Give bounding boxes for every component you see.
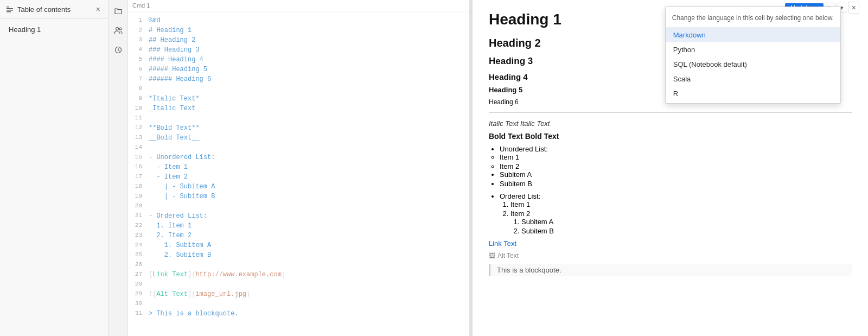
svg-rect-2 xyxy=(7,10,13,11)
line-number: 29 xyxy=(132,289,149,299)
preview-bold: Bold Text Bold Text xyxy=(489,132,852,141)
language-dropdown-hint: Change the language in this cell by sele… xyxy=(666,9,840,28)
line-number: 16 xyxy=(132,162,149,172)
line-number: 26 xyxy=(132,260,149,269)
toolbar-close-button[interactable]: × xyxy=(848,2,859,14)
preview-unordered-list: Unordered List: Item 1 Item 2 Subitem A … xyxy=(500,145,852,188)
editor-pane[interactable]: Cmd 1 1%md2# Heading 13## Heading 24### … xyxy=(128,0,470,336)
code-line-22: 22 1. Item 1 xyxy=(128,221,469,231)
code-line-7: 7###### Heading 6 xyxy=(128,74,469,84)
line-content: - Item 2 xyxy=(149,172,465,182)
code-editor[interactable]: 1%md2# Heading 13## Heading 24### Headin… xyxy=(128,11,469,323)
code-line-19: 19 | - Subitem B xyxy=(128,192,469,201)
line-number: 15 xyxy=(132,153,149,162)
line-content: # Heading 1 xyxy=(149,26,465,35)
line-number: 7 xyxy=(132,74,149,84)
preview-ul-item1: Item 1 xyxy=(500,153,852,161)
lang-option-r[interactable]: R xyxy=(666,86,840,101)
line-content: ##### Heading 5 xyxy=(149,65,465,74)
svg-point-4 xyxy=(116,28,118,30)
line-content: > This is a blockquote. xyxy=(149,309,465,319)
sidebar-close-button[interactable]: × xyxy=(94,4,103,14)
line-number: 28 xyxy=(132,280,149,289)
preview-ol-subitem-a: Subitem A xyxy=(521,218,852,226)
line-number: 4 xyxy=(132,45,149,54)
line-content: __Bold Text__ xyxy=(149,133,465,143)
svg-rect-1 xyxy=(7,8,13,9)
line-content: [Link Text](http://www.example.com) xyxy=(149,270,465,280)
code-line-25: 25 2. Subitem B xyxy=(128,250,469,260)
code-line-16: 16 - Item 1 xyxy=(128,162,469,172)
code-line-11: 11 xyxy=(128,113,469,123)
line-content: 1. Item 1 xyxy=(149,221,465,231)
code-line-24: 24 1. Subitem A xyxy=(128,240,469,250)
preview-ol-subitem-b: Subitem B xyxy=(521,227,852,235)
line-number: 31 xyxy=(132,309,149,318)
lang-option-scala[interactable]: Scala xyxy=(666,72,840,86)
line-number: 11 xyxy=(132,113,149,123)
code-line-18: 18 | - Subitem A xyxy=(128,182,469,192)
line-content: - Ordered List: xyxy=(149,211,465,221)
svg-point-5 xyxy=(119,28,122,30)
people-icon[interactable] xyxy=(112,24,125,37)
line-number: 22 xyxy=(132,221,149,230)
line-content: _Italic Text_ xyxy=(149,104,465,113)
code-line-20: 20 xyxy=(128,201,469,211)
code-line-31: 31> This is a blockquote. xyxy=(128,309,469,319)
line-content: ### Heading 3 xyxy=(149,45,465,55)
line-number: 12 xyxy=(132,123,149,132)
history-icon[interactable] xyxy=(112,43,125,56)
line-number: 20 xyxy=(132,201,149,211)
preview-blockquote: This is a blockquote. xyxy=(489,264,852,276)
code-line-26: 26 xyxy=(128,260,469,270)
line-number: 30 xyxy=(132,299,149,308)
preview-ul-subitem-b: Subitem B xyxy=(500,180,852,188)
line-content: *Italic Text* xyxy=(149,94,465,104)
line-number: 8 xyxy=(132,84,149,93)
line-content: - Unordered List: xyxy=(149,153,465,162)
code-line-2: 2# Heading 1 xyxy=(128,26,469,35)
code-line-28: 28 xyxy=(128,280,469,289)
preview-hr xyxy=(489,112,852,113)
code-line-5: 5#### Heading 4 xyxy=(128,55,469,65)
line-number: 27 xyxy=(132,270,149,279)
sidebar-header-left: Table of contents xyxy=(5,5,71,14)
line-content: %md xyxy=(149,16,465,26)
code-line-3: 3## Heading 2 xyxy=(128,35,469,45)
preview-ul-label: Unordered List: Item 1 Item 2 Subitem A … xyxy=(500,145,852,188)
line-number: 13 xyxy=(132,133,149,142)
sidebar-title: Table of contents xyxy=(17,5,71,14)
line-number: 1 xyxy=(132,16,149,25)
cell-label: Cmd 1 xyxy=(132,2,150,9)
svg-rect-0 xyxy=(7,7,9,8)
left-icon-bar xyxy=(108,0,128,336)
toc-icon xyxy=(5,5,14,14)
code-line-15: 15- Unordered List: xyxy=(128,153,469,162)
preview-image: Alt Text xyxy=(489,252,852,259)
svg-rect-3 xyxy=(7,11,11,12)
line-content: 2. Item 2 xyxy=(149,231,465,240)
sidebar: Table of contents × Heading 1 xyxy=(0,0,108,336)
line-content: **Bold Text** xyxy=(149,123,465,133)
preview-ol-item2: Item 2 Subitem A Subitem B xyxy=(510,210,852,235)
lang-option-sql[interactable]: SQL (Notebook default) xyxy=(666,57,840,72)
toc-item-heading1[interactable]: Heading 1 xyxy=(0,23,108,36)
preview-ul-item2: Item 2 Subitem A Subitem B xyxy=(500,162,852,188)
preview-link[interactable]: Link Text xyxy=(489,239,852,248)
preview-ol-item1: Item 1 xyxy=(510,200,852,208)
toc-list: Heading 1 xyxy=(0,19,108,40)
code-line-29: 29![Alt Text](image_url.jpg) xyxy=(128,289,469,299)
code-line-13: 13__Bold Text__ xyxy=(128,133,469,143)
lang-option-markdown[interactable]: Markdown xyxy=(666,28,840,42)
code-line-1: 1%md xyxy=(128,16,469,26)
preview-ordered-list-wrapper: Ordered List: Item 1 Item 2 Subitem A Su… xyxy=(500,192,852,235)
line-number: 10 xyxy=(132,104,149,113)
line-number: 9 xyxy=(132,94,149,103)
line-content: | - Subitem A xyxy=(149,182,465,192)
folder-icon[interactable] xyxy=(112,4,125,17)
line-number: 23 xyxy=(132,231,149,240)
line-number: 17 xyxy=(132,172,149,181)
sidebar-header: Table of contents × xyxy=(0,0,108,19)
code-line-8: 8 xyxy=(128,84,469,94)
lang-option-python[interactable]: Python xyxy=(666,42,840,57)
